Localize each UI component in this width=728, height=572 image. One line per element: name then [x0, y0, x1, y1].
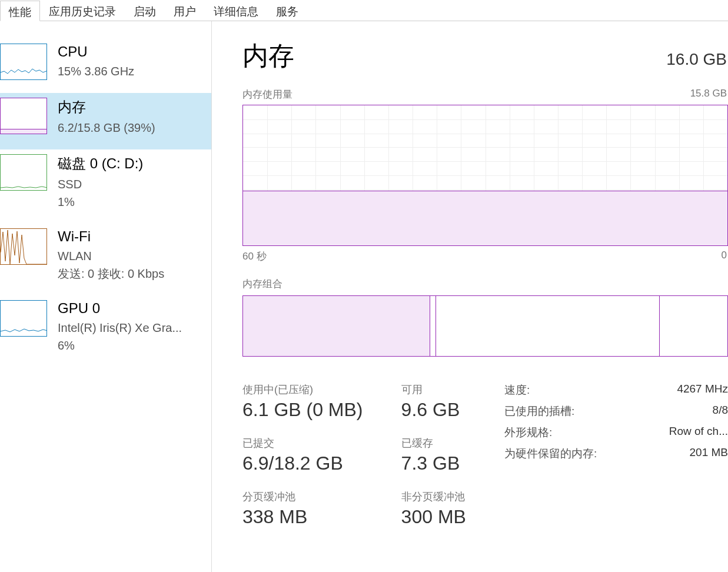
sidebar-wifi-sub1: WLAN — [58, 247, 164, 265]
sidebar-gpu-title: GPU 0 — [58, 300, 182, 317]
stat-nonpaged: 非分页缓冲池 300 MB — [401, 490, 481, 528]
sidebar-item-wifi[interactable]: Wi-Fi WLAN 发送: 0 接收: 0 Kbps — [0, 224, 211, 295]
stat-available: 可用 9.6 GB — [401, 383, 481, 421]
wifi-thumb-chart — [0, 228, 47, 265]
xaxis-right: 0 — [722, 250, 727, 263]
sidebar-item-cpu[interactable]: CPU 15% 3.86 GHz — [0, 39, 211, 93]
tab-performance[interactable]: 性能 — [0, 1, 40, 21]
sidebar-wifi-sub2: 发送: 0 接收: 0 Kbps — [58, 265, 164, 282]
sidebar-cpu-title: CPU — [58, 44, 134, 60]
main-panel: 内存 16.0 GB 内存使用量 15.8 GB — [212, 21, 728, 572]
tab-users[interactable]: 用户 — [165, 0, 205, 21]
spec-slots: 已使用的插槽: 8/8 — [504, 404, 728, 419]
tab-details[interactable]: 详细信息 — [205, 0, 267, 21]
memory-thumb-chart — [0, 98, 47, 134]
sidebar-gpu-sub1: Intel(R) Iris(R) Xe Gra... — [58, 319, 182, 337]
sidebar-gpu-sub2: 6% — [58, 337, 182, 354]
tabs-bar: 性能 应用历史记录 启动 用户 详细信息 服务 — [0, 0, 728, 21]
stat-inuse: 使用中(已压缩) 6.1 GB (0 MB) — [242, 383, 378, 421]
main-total: 16.0 GB — [666, 50, 727, 69]
sidebar-disk-sub2: 1% — [58, 193, 143, 211]
sidebar-memory-subtitle: 6.2/15.8 GB (39%) — [58, 119, 155, 137]
sidebar-wifi-title: Wi-Fi — [58, 228, 164, 245]
disk-thumb-chart — [0, 154, 47, 191]
sidebar-cpu-subtitle: 15% 3.86 GHz — [58, 62, 134, 80]
stat-committed: 已提交 6.9/18.2 GB — [242, 436, 378, 474]
sidebar-item-gpu[interactable]: GPU 0 Intel(R) Iris(R) Xe Gra... 6% — [0, 295, 211, 367]
spec-form: 外形规格: Row of ch... — [504, 425, 728, 440]
sidebar-item-memory[interactable]: 内存 6.2/15.8 GB (39%) — [0, 93, 211, 149]
sidebar-disk-sub1: SSD — [58, 175, 143, 193]
gpu-thumb-chart — [0, 300, 47, 337]
cpu-thumb-chart — [0, 44, 47, 80]
memory-composition-chart — [242, 295, 728, 357]
composition-label: 内存组合 — [242, 277, 728, 291]
usage-max: 15.8 GB — [690, 88, 727, 101]
sidebar-memory-title: 内存 — [58, 98, 155, 117]
spec-reserved: 为硬件保留的内存: 201 MB — [504, 446, 728, 461]
usage-label: 内存使用量 — [242, 88, 292, 101]
sidebar-item-disk[interactable]: 磁盘 0 (C: D:) SSD 1% — [0, 149, 211, 224]
stat-cached: 已缓存 7.3 GB — [401, 436, 481, 474]
tab-services[interactable]: 服务 — [267, 0, 307, 21]
tab-startup[interactable]: 启动 — [125, 0, 165, 21]
memory-usage-chart — [242, 105, 728, 246]
xaxis-left: 60 秒 — [242, 250, 267, 263]
main-title: 内存 — [242, 39, 294, 74]
tab-app-history[interactable]: 应用历史记录 — [40, 0, 125, 21]
sidebar-disk-title: 磁盘 0 (C: D:) — [58, 154, 143, 173]
stat-paged: 分页缓冲池 338 MB — [242, 490, 378, 528]
spec-speed: 速度: 4267 MHz — [504, 383, 728, 398]
sidebar: CPU 15% 3.86 GHz 内存 6.2/15.8 GB (39%) 磁盘… — [0, 21, 212, 572]
